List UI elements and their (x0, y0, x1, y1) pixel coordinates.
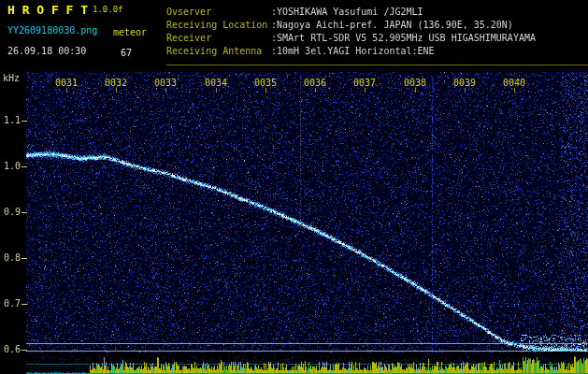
header-divider (166, 65, 588, 65)
x-axis-tick-label: 0032 (105, 79, 127, 88)
info-row-antenna: Receiving Antenna:10mH 3el.YAGI Horizont… (166, 46, 435, 57)
x-axis-tick-label: 0040 (503, 79, 525, 88)
x-axis-tick-label: 0038 (404, 79, 426, 88)
antenna-value: :10mH 3el.YAGI Horizontal:ENE (271, 46, 435, 56)
location-value: :Nagoya Aichi-pref. JAPAN (136.90E, 35.2… (271, 20, 513, 30)
x-axis-tick-label: 0039 (453, 79, 476, 88)
x-axis-tick-label: 0035 (254, 79, 277, 88)
x-axis-tick-label: 0031 (55, 79, 78, 88)
y-axis-tick-label: 0.9 (0, 208, 21, 217)
output-filename: YY2609180030.png (7, 25, 97, 36)
observer-value: :YOSHIKAWA Yasufumi /JG2MLI (271, 7, 423, 17)
info-row-observer: Ovserver:YOSHIKAWA Yasufumi /JG2MLI (166, 7, 423, 18)
receiver-label: Receiver (166, 33, 271, 44)
y-axis-tick-label: 0.8 (0, 253, 21, 263)
antenna-label: Receiving Antenna (166, 46, 271, 57)
x-axis-tick-label: 0036 (304, 79, 326, 88)
y-axis-tick-label: 1.0 (0, 162, 21, 171)
mode-label: meteor (113, 27, 147, 37)
x-axis-tick-label: 0034 (205, 79, 227, 88)
app-title: H R O F F T (7, 4, 88, 17)
y-axis-tick-label: 0.6 (0, 345, 21, 354)
y-axis-tick-label: 0.7 (0, 299, 21, 309)
timestamp: 26.09.18 00:30 (7, 46, 86, 56)
y-axis-tick-label: 1.1 (0, 116, 21, 125)
info-row-receiver: Receiver:SMArt RTL-SDR V5 52.905MHz USB … (166, 33, 536, 44)
info-row-location: Receiving Location:Nagoya Aichi-pref. JA… (166, 20, 513, 31)
x-axis-tick-label: 0037 (353, 79, 376, 88)
receiver-value: :SMArt RTL-SDR V5 52.905MHz USB HIGASHIM… (271, 33, 536, 43)
app-version: 1.0.0f (93, 6, 123, 15)
location-label: Receiving Location (166, 20, 271, 31)
hrofft-window: H R O F F T 1.0.0f YY2609180030.png mete… (0, 0, 588, 374)
sample-counter: 67 (121, 48, 132, 58)
y-axis-unit-label: kHz (3, 73, 20, 83)
x-axis-tick-label: 0033 (154, 79, 177, 88)
observer-label: Ovserver (166, 7, 271, 18)
